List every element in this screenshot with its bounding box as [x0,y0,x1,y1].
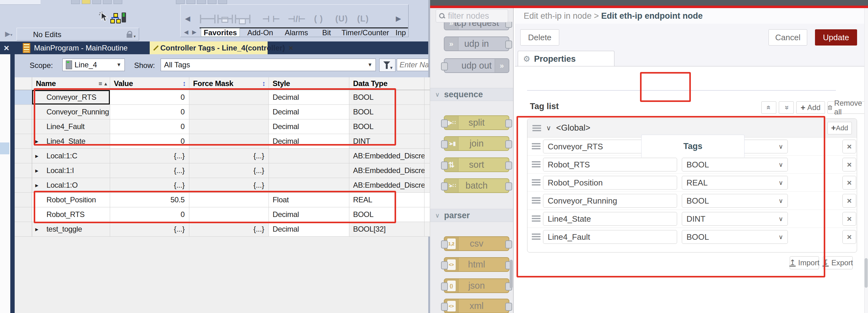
tag-data-type-cell[interactable]: BOOL [349,119,425,134]
tag-name-cell[interactable]: ▸Local:1:C [32,149,110,163]
row-selector[interactable] [15,207,32,222]
tab-input[interactable]: Inp [396,28,406,36]
xic-contact-icon[interactable]: ⊣ ⊢ [262,14,280,24]
tag-value-cell[interactable]: 0 [110,207,189,222]
tag-data-type-cell[interactable]: BOOL [349,90,425,105]
tag-name-cell[interactable]: Conveyor_Running [32,105,110,119]
column-options-icon[interactable]: ≡ [98,80,102,87]
otl-coil-icon[interactable]: (L) [357,14,369,24]
rung-branch-level-icon[interactable] [235,14,250,23]
tag-data-type-cell[interactable]: AB:Embedded_Discre... [349,149,425,163]
tab-add-on[interactable]: Add-On [247,28,273,36]
scroll-left-icon[interactable]: ◀ [185,14,190,23]
tag-style-cell[interactable]: Decimal [269,222,349,237]
tab-timer-counter[interactable]: Timer/Counter [342,28,389,36]
palette-section-parser[interactable]: ∨ parser [430,209,513,222]
verify-run-button[interactable]: ▶▾ [2,29,15,39]
palette-node-html[interactable]: <> html [444,257,509,272]
table-row[interactable]: ▸Line4_State 0 Decimal DINT [15,134,430,149]
controller-module-icon[interactable] [122,12,126,23]
tag-force-mask-cell[interactable] [189,105,269,119]
drag-handle-icon[interactable] [532,125,541,131]
row-selector[interactable] [15,90,32,105]
tag-data-type-cell[interactable]: AB:Embedded_Discre... [349,178,425,193]
table-row[interactable]: ▸Local:1:C {...} {...} AB:Embedded_Discr… [15,149,430,163]
tag-type-select[interactable]: DINT∨ [682,212,788,226]
tag-force-mask-cell[interactable] [189,119,269,134]
tag-force-mask-cell[interactable] [189,90,269,105]
tag-type-select[interactable]: BOOL∨ [682,194,788,208]
tag-force-mask-cell[interactable] [189,193,269,207]
drag-handle-icon[interactable] [532,197,540,204]
tag-value-cell[interactable]: {...} [110,149,189,163]
xio-contact-icon[interactable]: ⊣/⊢ [288,14,306,24]
row-selector[interactable] [15,222,32,237]
tag-data-type-cell[interactable]: AB:Embedded_Discre... [349,163,425,178]
tag-style-cell[interactable]: Decimal [269,207,349,222]
expand-icon[interactable]: ▸ [35,137,38,145]
table-row[interactable]: ▸Local:1:O {...} {...} AB:Embedded_Discr… [15,178,430,193]
palette-section-sequence[interactable]: ∨ sequence [430,88,513,101]
tabs-scroll-right-icon[interactable]: ▶ [192,29,196,35]
export-button[interactable]: ↧Export [823,256,853,269]
tag-name-input[interactable] [543,212,677,226]
tab-tags[interactable]: Tags [641,135,744,157]
tag-force-mask-cell[interactable]: {...} [189,163,269,178]
properties-tab[interactable]: ⚙ Properties [518,51,614,67]
otu-coil-icon[interactable]: (U) [335,14,348,24]
palette-filter-box[interactable]: filter nodes [436,9,508,23]
row-selector[interactable] [15,178,32,193]
remove-all-button[interactable]: Remove all [828,101,865,114]
show-dropdown[interactable]: All Tags▼ [161,59,376,71]
palette-node-json[interactable]: {} json [444,278,509,293]
column-header-style[interactable]: Style [269,77,349,90]
tag-name-cell[interactable]: ▸Line4_State [32,134,110,149]
tag-name-cell[interactable]: ▸test_toggle [32,222,110,237]
tag-name-cell[interactable]: Line4_Fault [32,119,110,134]
tag-style-cell[interactable] [269,163,349,178]
tab-bit[interactable]: Bit [322,28,331,36]
palette-scrollbar[interactable] [509,260,513,288]
tray-scrollbar-thumb[interactable] [865,258,868,288]
delete-button[interactable]: Delete [520,29,559,45]
import-button[interactable]: ↥Import [790,256,819,269]
tag-name-input[interactable] [543,176,677,190]
network-browse-icon[interactable] [111,13,120,23]
update-button[interactable]: Update [815,29,857,45]
tag-force-mask-cell[interactable] [189,207,269,222]
tag-type-select[interactable]: BOOL∨ [682,230,788,244]
remove-tag-button[interactable]: × [842,230,856,244]
tag-name-cell[interactable]: Robot_RTS [32,207,110,222]
tabs-scroll-left-icon[interactable]: ◀ [184,29,188,35]
tag-value-cell[interactable]: 0 [110,119,189,134]
drag-handle-icon[interactable] [532,233,540,240]
group-add-button[interactable]: +Add [828,122,852,134]
move-down-button[interactable]: « [779,101,794,114]
table-row[interactable]: Robot_RTS 0 Decimal BOOL [15,207,430,222]
table-row[interactable]: ▸test_toggle {...} {...} Decimal BOOL[32… [15,222,430,237]
remove-tag-button[interactable]: × [842,140,856,153]
table-row[interactable]: Conveyor_RTS 0 Decimal BOOL [15,90,430,105]
tag-value-cell[interactable]: 0 [110,105,189,119]
expand-icon[interactable]: ▸ [35,152,38,160]
breadcrumb-parent[interactable]: Edit eth-ip in node [524,11,592,21]
tab-favorites[interactable]: Favorites [201,28,240,36]
tag-style-cell[interactable]: Decimal [269,134,349,149]
tab-alarms[interactable]: Alarms [285,28,308,36]
remove-tag-button[interactable]: × [842,194,856,208]
tag-value-cell[interactable]: {...} [110,222,189,237]
tag-name-input[interactable] [543,158,677,171]
palette-node-udp-out[interactable]: » udp out [444,58,509,73]
add-tag-button[interactable]: +Add [796,101,825,114]
tag-name-input[interactable] [543,194,677,208]
tag-data-type-cell[interactable]: BOOL[32] [349,222,425,237]
expand-icon[interactable]: ▸ [35,167,38,174]
tag-data-type-cell[interactable]: BOOL [349,105,425,119]
chevron-down-icon[interactable]: ∨ [546,124,551,132]
remove-tag-button[interactable]: × [842,176,856,190]
table-row[interactable]: Conveyor_Running 0 Decimal BOOL [15,105,430,119]
select-cursor-icon[interactable] [99,12,108,23]
ote-coil-icon[interactable]: ( ) [314,14,323,24]
tag-force-mask-cell[interactable]: {...} [189,178,269,193]
tag-style-cell[interactable] [269,149,349,163]
